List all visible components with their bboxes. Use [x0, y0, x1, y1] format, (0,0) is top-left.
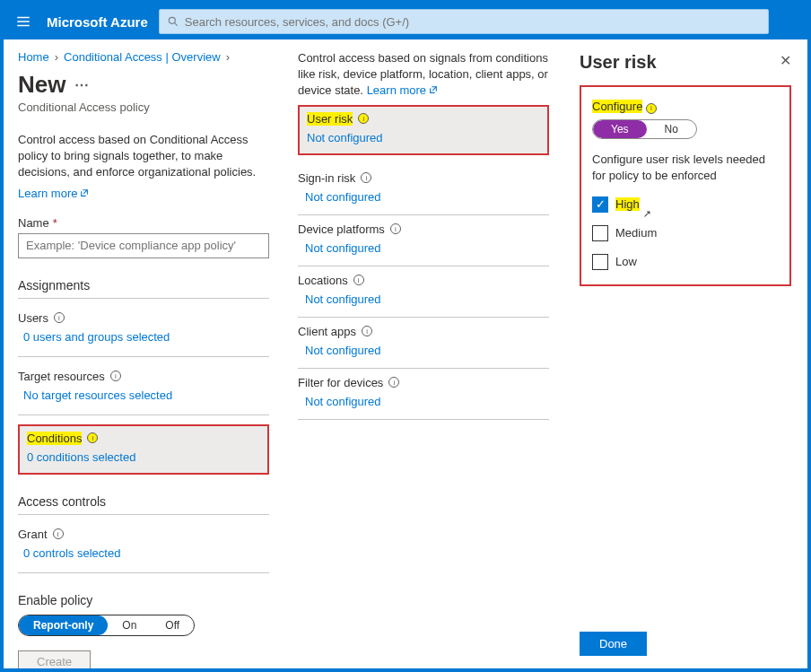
brand-label: Microsoft Azure	[47, 14, 148, 30]
user-risk-row-selected[interactable]: User riski Not configured	[298, 105, 549, 155]
device-platforms-row[interactable]: Device platformsi Not configured	[298, 215, 549, 266]
azure-top-bar: Microsoft Azure	[4, 4, 807, 39]
access-controls-heading: Access controls	[18, 494, 269, 515]
configure-yes[interactable]: Yes	[593, 120, 647, 138]
search-icon	[167, 15, 179, 28]
target-resources-label: Target resourcesi	[18, 370, 269, 383]
device-platforms-label: Device platforms	[298, 223, 385, 236]
risk-high-row[interactable]: ✓ High	[592, 196, 779, 213]
user-risk-label: User risk	[307, 112, 353, 126]
toggle-report-only[interactable]: Report-only	[19, 615, 108, 635]
page-subtitle: Conditional Access policy	[18, 100, 269, 114]
grant-label: Granti	[18, 528, 269, 541]
conditions-learn-more-link[interactable]: Learn more	[367, 83, 438, 97]
device-platforms-value[interactable]: Not configured	[298, 241, 381, 255]
info-icon[interactable]: i	[353, 275, 364, 285]
info-icon[interactable]: i	[358, 113, 369, 124]
client-apps-value[interactable]: Not configured	[298, 344, 381, 357]
info-icon[interactable]: i	[110, 371, 121, 381]
info-icon[interactable]: i	[390, 223, 401, 234]
external-link-icon	[429, 85, 438, 94]
client-apps-label: Client apps	[298, 325, 356, 338]
risk-low-row[interactable]: Low	[592, 254, 779, 270]
users-label: Usersi	[18, 311, 269, 325]
chevron-right-icon: ›	[55, 50, 58, 64]
external-link-icon	[80, 188, 89, 197]
locations-row[interactable]: Locationsi Not configured	[298, 266, 549, 318]
user-risk-value[interactable]: Not configured	[307, 131, 383, 144]
configure-no[interactable]: No	[647, 120, 696, 138]
configure-box: Configure i Yes No Configure user risk l…	[580, 85, 791, 286]
filter-devices-value[interactable]: Not configured	[298, 395, 381, 408]
conditions-value-link[interactable]: 0 conditions selected	[27, 450, 135, 464]
breadcrumb-home[interactable]: Home	[18, 50, 49, 64]
toggle-on[interactable]: On	[108, 615, 151, 635]
info-icon[interactable]: i	[54, 312, 65, 323]
checkbox-low[interactable]	[592, 254, 608, 270]
svg-line-4	[174, 22, 177, 25]
hamburger-menu-icon[interactable]	[11, 9, 36, 34]
toggle-off[interactable]: Off	[151, 615, 194, 635]
page-title: New ⋯	[18, 71, 269, 99]
users-value-link[interactable]: 0 users and groups selected	[18, 330, 170, 344]
signin-risk-row[interactable]: Sign-in riski Not configured	[298, 164, 549, 215]
risk-low-label: Low	[615, 255, 637, 268]
name-label: Name *	[18, 216, 269, 230]
risk-levels-description: Configure user risk levels needed for po…	[592, 152, 779, 184]
done-button[interactable]: Done	[580, 632, 647, 656]
policy-name-input[interactable]	[18, 233, 269, 258]
more-actions-icon[interactable]: ⋯	[74, 76, 89, 93]
grant-value-link[interactable]: 0 controls selected	[18, 546, 120, 560]
filter-devices-label: Filter for devices	[298, 376, 383, 389]
conditions-row-selected[interactable]: Conditionsi 0 conditions selected	[18, 424, 269, 475]
filter-devices-row[interactable]: Filter for devicesi Not configured	[298, 369, 549, 420]
checkbox-medium[interactable]	[592, 225, 608, 241]
risk-medium-label: Medium	[615, 226, 657, 240]
policy-description: Control access based on Conditional Acce…	[18, 132, 269, 181]
info-icon[interactable]: i	[361, 172, 371, 183]
locations-label: Locations	[298, 274, 348, 287]
svg-point-3	[169, 17, 175, 23]
conditions-label: Conditions	[27, 432, 82, 445]
close-icon[interactable]: ✕	[780, 52, 791, 69]
breadcrumb: Home › Conditional Access | Overview ›	[18, 50, 269, 64]
info-icon[interactable]: i	[362, 326, 372, 336]
panel-title: User risk	[580, 52, 791, 73]
signin-risk-value[interactable]: Not configured	[298, 190, 381, 204]
learn-more-text: Learn more	[18, 187, 77, 200]
risk-high-label: High	[615, 197, 640, 211]
search-input[interactable]	[185, 15, 761, 29]
chevron-right-icon: ›	[226, 50, 230, 64]
configure-toggle[interactable]: Yes No	[592, 119, 697, 139]
configure-label: Configure	[592, 100, 642, 113]
client-apps-row[interactable]: Client appsi Not configured	[298, 318, 549, 369]
conditions-description: Control access based on signals from con…	[298, 50, 549, 100]
locations-value[interactable]: Not configured	[298, 292, 381, 306]
enable-policy-toggle[interactable]: Report-only On Off	[18, 615, 195, 636]
checkbox-high[interactable]: ✓	[592, 196, 608, 213]
create-button[interactable]: Create	[18, 650, 91, 668]
info-icon[interactable]: i	[646, 103, 657, 114]
target-resources-value-link[interactable]: No target resources selected	[18, 388, 172, 402]
signin-risk-label: Sign-in risk	[298, 171, 355, 185]
assignments-heading: Assignments	[18, 278, 269, 299]
enable-policy-label: Enable policy	[18, 593, 269, 607]
user-risk-panel: ✕ User risk Configure i Yes No Configure…	[563, 39, 807, 668]
learn-more-link[interactable]: Learn more	[18, 187, 89, 200]
global-search[interactable]	[159, 9, 769, 34]
page-title-text: New	[18, 71, 65, 99]
info-icon[interactable]: i	[87, 432, 98, 443]
info-icon[interactable]: i	[388, 377, 399, 388]
risk-medium-row[interactable]: Medium	[592, 225, 779, 241]
info-icon[interactable]: i	[53, 528, 64, 539]
breadcrumb-conditional-access[interactable]: Conditional Access | Overview	[64, 50, 221, 64]
